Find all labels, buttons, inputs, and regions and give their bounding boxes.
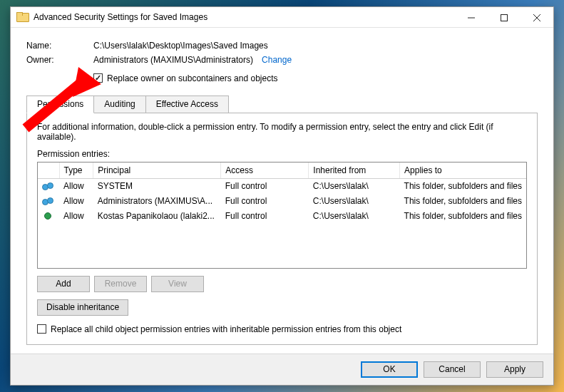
info-text: For additional information, double-click… — [37, 122, 527, 142]
entries-label: Permission entries: — [37, 149, 527, 159]
cell-inherited: C:\Users\lalak\ — [309, 209, 400, 224]
cancel-button[interactable]: Cancel — [424, 361, 481, 378]
cell-inherited: C:\Users\lalak\ — [309, 194, 400, 209]
change-owner-link[interactable]: Change — [262, 55, 292, 65]
maximize-icon — [501, 14, 508, 21]
cell-type: Allow — [59, 209, 93, 224]
permission-entries-table[interactable]: Type Principal Access Inherited from App… — [37, 162, 527, 269]
principal-icon — [42, 181, 55, 190]
col-inherited-header[interactable]: Inherited from — [309, 163, 400, 179]
cell-principal: Kostas Papanikolaou (lalaki2... — [93, 209, 221, 224]
minimize-button[interactable] — [455, 7, 488, 29]
replace-child-label: Replace all child object permission entr… — [51, 324, 401, 334]
col-principal-header[interactable]: Principal — [93, 163, 221, 179]
cell-type: Allow — [59, 178, 93, 194]
titlebar: Advanced Security Settings for Saved Ima… — [11, 7, 553, 28]
replace-owner-label: Replace owner on subcontainers and objec… — [107, 73, 277, 83]
entry-buttons: Add Remove View — [37, 276, 527, 292]
table-row[interactable]: AllowSYSTEMFull controlC:\Users\lalak\Th… — [38, 178, 526, 194]
owner-row: Owner: Administrators (MAXIMUS\Administr… — [26, 55, 538, 65]
table-row[interactable]: AllowKostas Papanikolaou (lalaki2...Full… — [38, 209, 526, 224]
svg-rect-1 — [501, 15, 508, 21]
view-button[interactable]: View — [151, 276, 204, 292]
cell-inherited: C:\Users\lalak\ — [309, 178, 400, 194]
replace-child-row: Replace all child object permission entr… — [37, 324, 527, 334]
minimize-icon — [468, 14, 475, 21]
replace-owner-row: Replace owner on subcontainers and objec… — [93, 73, 538, 83]
cell-applies: This folder, subfolders and files — [400, 194, 526, 209]
replace-child-checkbox[interactable] — [37, 324, 46, 334]
ok-button[interactable]: OK — [361, 361, 418, 378]
col-access-header[interactable]: Access — [221, 163, 309, 179]
owner-label: Owner: — [26, 55, 93, 65]
maximize-button[interactable] — [488, 7, 521, 29]
col-icon-header[interactable] — [38, 163, 59, 179]
remove-button[interactable]: Remove — [94, 276, 147, 292]
col-type-header[interactable]: Type — [59, 163, 93, 179]
window-controls — [455, 7, 553, 29]
name-label: Name: — [26, 41, 93, 51]
close-icon — [533, 14, 540, 21]
name-value: C:\Users\lalak\Desktop\Images\Saved Imag… — [93, 41, 268, 51]
col-applies-header[interactable]: Applies to — [400, 163, 526, 179]
apply-button[interactable]: Apply — [486, 361, 543, 378]
cell-type: Allow — [59, 194, 93, 209]
disable-inheritance-button[interactable]: Disable inheritance — [37, 299, 128, 316]
cell-access: Full control — [221, 209, 309, 224]
principal-icon — [42, 211, 55, 220]
cell-access: Full control — [221, 194, 309, 209]
permissions-panel: For additional information, double-click… — [26, 113, 538, 345]
cell-principal: Administrators (MAXIMUS\A... — [93, 194, 221, 209]
window-title: Advanced Security Settings for Saved Ima… — [34, 12, 207, 22]
security-settings-window: Advanced Security Settings for Saved Ima… — [10, 6, 554, 386]
cell-applies: This folder, subfolders and files — [400, 209, 526, 224]
folder-icon — [16, 12, 28, 22]
tab-strip: Permissions Auditing Effective Access — [26, 95, 538, 113]
content-area: Name: C:\Users\lalak\Desktop\Images\Save… — [11, 28, 553, 345]
tab-auditing[interactable]: Auditing — [93, 96, 145, 113]
tab-permissions[interactable]: Permissions — [26, 96, 94, 113]
owner-value: Administrators (MAXIMUS\Administrators) — [93, 55, 253, 65]
dialog-buttons: OK Cancel Apply — [11, 354, 553, 385]
cell-applies: This folder, subfolders and files — [400, 178, 526, 194]
close-button[interactable] — [521, 7, 553, 29]
principal-icon — [42, 196, 55, 205]
add-button[interactable]: Add — [37, 276, 90, 292]
table-header-row: Type Principal Access Inherited from App… — [38, 163, 526, 179]
replace-owner-checkbox[interactable] — [93, 73, 103, 83]
cell-access: Full control — [221, 178, 309, 194]
name-row: Name: C:\Users\lalak\Desktop\Images\Save… — [26, 41, 538, 51]
cell-principal: SYSTEM — [93, 178, 221, 194]
tab-effective-access[interactable]: Effective Access — [145, 96, 229, 113]
table-row[interactable]: AllowAdministrators (MAXIMUS\A...Full co… — [38, 194, 526, 209]
